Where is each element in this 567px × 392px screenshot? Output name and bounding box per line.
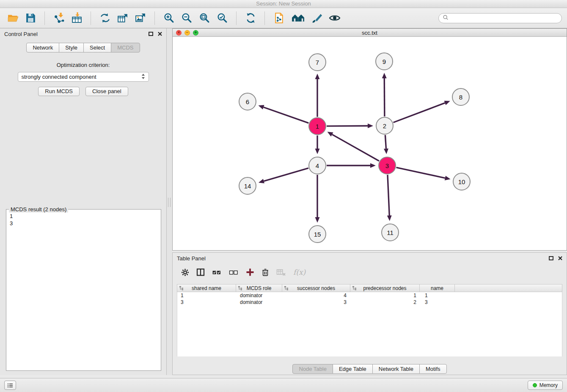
close-panel-button[interactable]: Close panel (85, 87, 128, 96)
mcds-result-item[interactable]: 1 (10, 213, 157, 220)
import-network-icon[interactable] (51, 10, 66, 26)
graph-node-15[interactable]: 15 (309, 226, 326, 243)
show-columns-icon[interactable] (196, 268, 205, 276)
graph-edge-arrow (382, 73, 387, 78)
graph-edge-2-3[interactable] (385, 135, 386, 149)
tab-edge-table[interactable]: Edge Table (333, 364, 373, 374)
graph-node-10[interactable]: 10 (453, 173, 470, 190)
network-file-icon[interactable] (271, 10, 286, 26)
network-window-titlebar[interactable]: scc.txt × − + (173, 29, 567, 37)
open-session-icon[interactable] (5, 10, 20, 26)
table-cell: dominator (237, 299, 283, 305)
graph-node-8[interactable]: 8 (452, 88, 469, 105)
import-table-icon[interactable] (69, 10, 84, 26)
zoom-fit-icon[interactable] (197, 10, 212, 26)
mcds-result-group: MCDS result (2 nodes) 13 (6, 209, 161, 371)
panel-menu-button[interactable] (4, 381, 16, 390)
tab-network-table[interactable]: Network Table (372, 364, 420, 374)
close-window-icon[interactable]: × (176, 30, 182, 36)
memory-status-dot-icon (533, 383, 537, 387)
tab-mcds[interactable]: MCDS (111, 43, 140, 52)
table-row[interactable]: 3dominator323 (177, 299, 562, 306)
table-panel-header: Table Panel (173, 253, 567, 264)
column-header-shared-name[interactable]: shared name (177, 284, 236, 292)
close-table-panel-icon[interactable] (558, 256, 562, 260)
graph-node-2[interactable]: 2 (376, 117, 393, 134)
graph-edge-3-11[interactable] (388, 175, 389, 215)
svg-text:7: 7 (316, 59, 319, 66)
tab-style[interactable]: Style (59, 43, 84, 52)
network-overview-icon[interactable] (289, 10, 307, 26)
graph-node-3[interactable]: 3 (379, 157, 396, 174)
column-header-name[interactable]: name (419, 284, 455, 292)
table-cell: dominator (237, 293, 283, 298)
selected-criterion-value: strongly connected component (22, 74, 96, 80)
graph-edge-4-14[interactable] (264, 168, 308, 181)
column-header-mcds-role[interactable]: MCDS role (236, 284, 282, 292)
graph-edge-arrow (258, 105, 264, 109)
export-image-icon[interactable] (133, 10, 148, 26)
table-settings-gear-icon[interactable] (181, 268, 189, 276)
graph-node-9[interactable]: 9 (376, 53, 393, 70)
close-panel-icon[interactable] (158, 32, 162, 36)
graph-edge-3-10[interactable] (396, 168, 445, 178)
export-network-icon[interactable] (97, 10, 113, 26)
column-type-icon (352, 286, 357, 292)
show-hide-eye-icon[interactable] (327, 10, 342, 26)
tab-motifs[interactable]: Motifs (419, 364, 447, 374)
svg-text:1: 1 (316, 123, 319, 130)
network-graph[interactable]: 7968124314101511 (173, 37, 567, 250)
delete-column-trash-icon[interactable] (261, 268, 269, 276)
column-header-predecessor-nodes[interactable]: predecessor nodes (350, 284, 420, 292)
zoom-selected-icon[interactable] (215, 10, 230, 26)
graph-node-6[interactable]: 6 (239, 93, 256, 110)
graph-edge-3-1[interactable] (332, 135, 379, 161)
zoom-in-icon[interactable] (161, 10, 176, 26)
tab-node-table[interactable]: Node Table (292, 364, 333, 374)
table-panel: Table Panel f(x) shared (172, 252, 567, 375)
graph-edge-2-8[interactable] (394, 103, 445, 122)
table-row[interactable]: 1dominator411 (177, 292, 562, 299)
select-arrows-icon (141, 73, 145, 81)
maximize-window-icon[interactable]: + (193, 30, 198, 36)
minimize-window-icon[interactable]: − (184, 30, 190, 36)
graph-node-11[interactable]: 11 (382, 224, 399, 241)
column-header-successor-nodes[interactable]: successor nodes (282, 284, 350, 292)
optimization-criterion-select[interactable]: strongly connected component (18, 72, 149, 82)
graph-edge-2-9[interactable] (384, 78, 385, 116)
graph-edge-1-2[interactable] (327, 126, 368, 126)
unselect-all-columns-icon[interactable] (229, 269, 239, 276)
toolbar-separator (154, 11, 155, 25)
export-table-icon[interactable] (115, 10, 130, 26)
graph-node-1[interactable]: 1 (309, 118, 326, 135)
style-paint-icon[interactable] (309, 10, 325, 26)
search-input[interactable] (451, 15, 558, 21)
table-cell: 2 (352, 299, 421, 305)
window-titlebar[interactable]: Session: New Session (0, 0, 567, 8)
run-mcds-button[interactable]: Run MCDS (38, 87, 80, 96)
tab-network[interactable]: Network (26, 43, 59, 52)
splitter-grip[interactable] (168, 198, 171, 207)
apply-layout-icon[interactable] (243, 10, 258, 26)
graph-node-4[interactable]: 4 (309, 157, 326, 174)
vertical-splitter[interactable] (167, 28, 172, 375)
graph-node-7[interactable]: 7 (309, 54, 326, 71)
tab-select[interactable]: Select (83, 43, 111, 52)
table-cell: 1 (352, 293, 421, 298)
search-box[interactable] (438, 13, 562, 23)
mcds-result-title: MCDS result (2 nodes) (9, 206, 68, 213)
save-session-icon[interactable] (23, 10, 38, 26)
memory-button[interactable]: Memory (528, 381, 563, 390)
select-all-columns-icon[interactable] (212, 269, 222, 276)
create-column-plus-icon[interactable] (246, 268, 254, 276)
toolbar-separator (44, 11, 45, 25)
mcds-result-list[interactable]: 13 (6, 210, 161, 230)
float-table-panel-icon[interactable] (549, 256, 553, 260)
zoom-out-icon[interactable] (179, 10, 194, 26)
graph-node-14[interactable]: 14 (239, 177, 256, 194)
mcds-result-item[interactable]: 3 (10, 220, 157, 227)
graph-edge-arrow (445, 176, 451, 180)
svg-text:15: 15 (314, 231, 321, 238)
graph-edge-1-6[interactable] (264, 107, 309, 123)
float-panel-icon[interactable] (149, 32, 153, 36)
